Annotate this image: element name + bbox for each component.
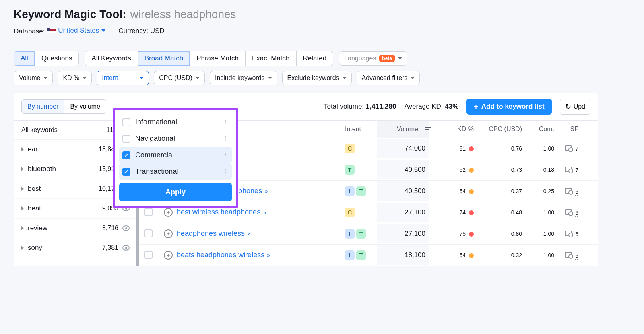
tab-exact-match[interactable]: Exact Match (246, 51, 297, 66)
sort-by-number[interactable]: By number (22, 100, 64, 113)
intent-option-navigational[interactable]: Navigationali (119, 130, 232, 147)
info-icon[interactable]: i (225, 152, 229, 159)
sidebar-item-label: beat (28, 204, 98, 212)
kd-dot-icon (469, 189, 474, 194)
keyword-link[interactable]: best wireless headphones (177, 208, 260, 216)
col-kd[interactable]: KD % (429, 126, 474, 133)
chevron-down-icon (140, 77, 144, 79)
checkbox-checked[interactable]: ✓ (122, 151, 130, 159)
checkbox[interactable] (122, 135, 130, 143)
table-row: +headphones wireless»IT27,100750.801.00 … (137, 223, 598, 245)
double-chevron-icon: » (264, 188, 268, 194)
beta-badge: beta (379, 55, 395, 62)
cpc-cell: 0.73 (474, 167, 522, 173)
kd-dot-icon (469, 232, 474, 237)
serp-icon[interactable] (565, 252, 572, 258)
chevron-down-icon (343, 77, 347, 79)
checkbox-checked[interactable]: ✓ (122, 168, 130, 176)
filter-include-label: Include keywords (215, 74, 265, 82)
tab-all-keywords[interactable]: All Keywords (85, 51, 138, 66)
filter-volume[interactable]: Volume (14, 71, 53, 85)
intent-option-informational[interactable]: Informationali (119, 114, 232, 130)
col-com[interactable]: Com. (522, 126, 554, 133)
row-checkbox[interactable] (144, 208, 153, 216)
page-query: wireless headphones (130, 8, 236, 21)
tab-phrase-match[interactable]: Phrase Match (190, 51, 246, 66)
kd-cell: 81 (429, 145, 474, 152)
row-checkbox[interactable] (144, 229, 153, 237)
chevron-down-icon (411, 77, 415, 79)
serp-icon[interactable] (565, 145, 572, 151)
cpc-cell: 0.32 (474, 252, 522, 258)
intent-filter-popup: InformationaliNavigationali✓Commerciali✓… (113, 108, 238, 208)
table-row: +beats headphones wireless»IT18,100540.3… (137, 245, 598, 266)
tab-group-match: All KeywordsBroad MatchPhrase MatchExact… (85, 51, 333, 66)
filter-kd[interactable]: KD % (58, 71, 92, 85)
chevron-right-icon (21, 226, 24, 230)
chevron-right-icon (21, 147, 24, 151)
kd-dot-icon (469, 168, 474, 173)
eye-icon[interactable] (122, 245, 130, 251)
intent-tag-t: T (356, 229, 366, 239)
com-cell: 1.00 (522, 252, 554, 258)
add-to-keyword-list-button[interactable]: +Add to keyword list (466, 99, 551, 115)
currency-label: Currency: (118, 27, 148, 35)
serp-icon[interactable] (565, 231, 572, 236)
col-intent[interactable]: Intent (345, 126, 377, 133)
volume-cell: 40,500 (377, 160, 429, 179)
col-volume-label: Volume (397, 126, 418, 132)
serp-icon[interactable] (565, 188, 572, 194)
filter-intent[interactable]: Intent (97, 71, 149, 85)
col-sf[interactable]: SF (554, 126, 578, 133)
total-volume-value: 1,411,280 (366, 103, 396, 110)
filter-include-keywords[interactable]: Include keywords (210, 71, 277, 85)
expand-icon[interactable]: + (164, 208, 173, 217)
eye-icon[interactable] (122, 225, 130, 231)
languages-select[interactable]: Languages beta (339, 51, 407, 66)
volume-cell: 27,100 (377, 224, 429, 243)
filter-cpc[interactable]: CPC (USD) (154, 71, 205, 85)
sidebar-item-review[interactable]: review8,716 (14, 219, 137, 238)
chevron-down-icon (196, 77, 200, 79)
col-volume[interactable]: Volume (377, 121, 429, 138)
col-cpc[interactable]: CPC (USD) (474, 126, 522, 133)
tab-broad-match[interactable]: Broad Match (138, 51, 190, 66)
add-button-label: Add to keyword list (481, 103, 545, 111)
filter-advanced[interactable]: Advanced filters (357, 71, 420, 85)
plus-icon: + (474, 103, 478, 110)
expand-icon[interactable]: + (164, 251, 173, 260)
info-icon[interactable]: i (225, 119, 229, 126)
intent-option-transactional[interactable]: ✓Transactionali (119, 163, 232, 180)
sidebar-item-label: bluetooth (28, 165, 95, 173)
com-cell: 1.00 (522, 209, 554, 216)
row-checkbox[interactable] (144, 251, 153, 259)
tab-related[interactable]: Related (297, 51, 333, 66)
avg-kd-label: Average KD: (404, 103, 443, 110)
chevron-down-icon (83, 77, 87, 79)
apply-button[interactable]: Apply (119, 183, 232, 201)
tab-all[interactable]: All (14, 51, 35, 66)
tab-questions[interactable]: Questions (35, 51, 79, 66)
checkbox[interactable] (122, 118, 130, 126)
info-icon[interactable]: i (225, 168, 229, 175)
sidebar-item-sony[interactable]: sony7,381 (14, 238, 137, 258)
intent-option-commercial[interactable]: ✓Commerciali (119, 147, 232, 163)
expand-icon[interactable]: + (164, 229, 173, 238)
com-cell: 1.00 (522, 231, 554, 237)
sidebar-item-count: 7,381 (102, 244, 118, 252)
intent-tag-i: I (345, 250, 355, 260)
update-button[interactable]: ↻Upd (560, 99, 590, 115)
serp-icon[interactable] (565, 209, 572, 215)
kd-dot-icon (469, 253, 474, 258)
intent-option-label: Commercial (135, 151, 174, 159)
serp-icon[interactable] (565, 167, 572, 172)
database-select[interactable]: United States (47, 27, 105, 35)
filter-exclude-keywords[interactable]: Exclude keywords (282, 71, 352, 85)
com-cell: 1.00 (522, 145, 554, 152)
kd-dot-icon (469, 146, 474, 151)
keyword-link[interactable]: headphones wireless (177, 229, 245, 237)
sort-by-volume[interactable]: By volume (64, 100, 106, 113)
double-chevron-icon: » (267, 252, 270, 258)
info-icon[interactable]: i (225, 135, 229, 142)
keyword-link[interactable]: beats headphones wireless (177, 251, 264, 259)
